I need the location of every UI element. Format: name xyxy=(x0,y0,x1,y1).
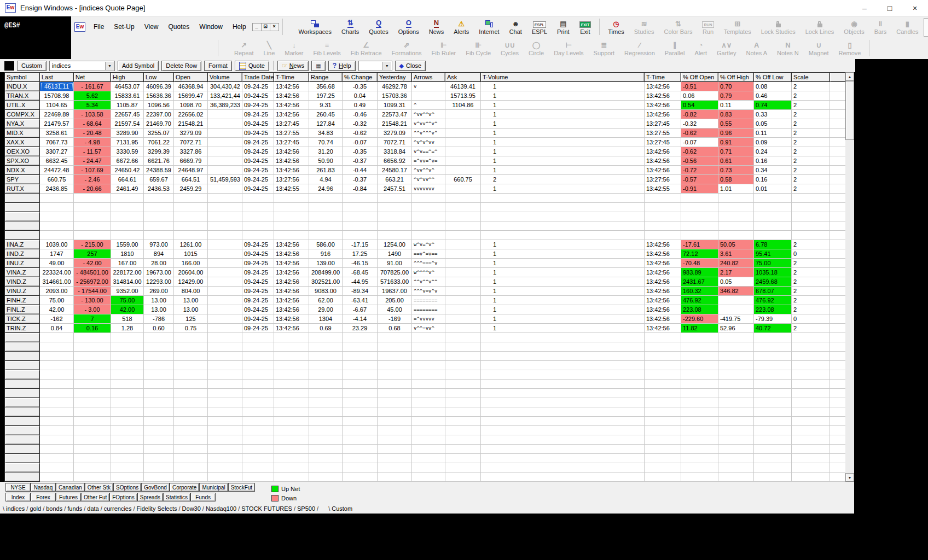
trade_date-cell[interactable] xyxy=(242,426,274,435)
t_volume-cell[interactable]: 1 xyxy=(481,314,645,324)
trade_date-cell[interactable] xyxy=(242,407,274,417)
off_open-cell[interactable] xyxy=(681,380,718,389)
arrows-cell[interactable]: w^^^^v^ xyxy=(412,268,445,277)
trade_date-cell[interactable] xyxy=(242,445,274,454)
arrows-cell[interactable]: ^^v^^^v^ xyxy=(412,129,445,138)
ask-cell[interactable] xyxy=(445,370,481,380)
volume-cell[interactable] xyxy=(208,277,242,287)
market-tab-spreads[interactable]: Spreads xyxy=(137,493,163,501)
off_low-cell[interactable]: 0.46 xyxy=(754,91,792,101)
high-cell[interactable] xyxy=(111,445,144,454)
ask-cell[interactable] xyxy=(445,380,481,389)
off_high-cell[interactable] xyxy=(718,194,754,203)
sheet-tab-dow30[interactable]: Dow30 xyxy=(181,505,202,512)
volume-cell[interactable] xyxy=(208,463,242,472)
color-swatch[interactable] xyxy=(4,61,14,71)
net-cell[interactable]: - 215.00 xyxy=(74,240,111,249)
off_open-cell[interactable] xyxy=(681,203,718,212)
t_volume-cell[interactable] xyxy=(481,454,645,463)
t_volume-cell[interactable] xyxy=(481,472,645,482)
scale-cell[interactable] xyxy=(792,231,830,240)
net-cell[interactable] xyxy=(74,398,111,407)
trade_date-cell[interactable] xyxy=(242,203,274,212)
low-cell[interactable] xyxy=(144,203,174,212)
last-cell[interactable] xyxy=(40,389,74,398)
volume-cell[interactable] xyxy=(208,184,242,194)
last-cell[interactable] xyxy=(40,454,74,463)
open-cell[interactable] xyxy=(174,203,208,212)
off_low-cell[interactable]: 2459.68 xyxy=(754,277,792,287)
last-cell[interactable] xyxy=(40,333,74,342)
off_low-cell[interactable]: 40.72 xyxy=(754,324,792,333)
high-cell[interactable]: 1559.00 xyxy=(111,240,144,249)
pct_change-cell[interactable] xyxy=(343,352,378,361)
pct_change-cell[interactable]: 17.25 xyxy=(343,249,378,259)
trade_date-cell[interactable] xyxy=(242,463,274,472)
pct_change-cell[interactable]: -63.41 xyxy=(343,296,378,305)
low-cell[interactable] xyxy=(144,194,174,203)
t_volume-cell[interactable]: 1 xyxy=(481,156,645,166)
open-cell[interactable] xyxy=(174,361,208,370)
scale-cell[interactable]: 2 xyxy=(792,175,830,184)
t_volume-cell[interactable]: 1 xyxy=(481,82,645,91)
t_time-cell[interactable] xyxy=(274,212,309,221)
range-cell[interactable]: 9.31 xyxy=(309,101,343,110)
last-cell[interactable]: 75.00 xyxy=(40,296,74,305)
last-cell[interactable]: 3258.61 xyxy=(40,129,74,138)
arrows-cell[interactable] xyxy=(412,361,445,370)
arrows-cell[interactable] xyxy=(412,417,445,426)
last-cell[interactable]: 2436.85 xyxy=(40,184,74,194)
t_time-cell[interactable] xyxy=(274,407,309,417)
symbol-cell[interactable] xyxy=(4,389,40,398)
symbol-cell[interactable] xyxy=(4,407,40,417)
t_time-cell[interactable]: 13:42:56 xyxy=(274,147,309,156)
trade_date-cell[interactable] xyxy=(242,352,274,361)
market-tab-other-fut[interactable]: Other Fut xyxy=(81,493,109,501)
high-cell[interactable] xyxy=(111,370,144,380)
t_time-cell[interactable] xyxy=(274,221,309,231)
last-cell[interactable] xyxy=(40,426,74,435)
scale-cell[interactable] xyxy=(792,435,830,445)
off_low-cell[interactable] xyxy=(754,389,792,398)
low-cell[interactable] xyxy=(144,407,174,417)
high-cell[interactable] xyxy=(111,342,144,352)
symbol-cell[interactable]: IINU.Z xyxy=(4,259,40,268)
t_time-cell[interactable] xyxy=(274,445,309,454)
sheet-tab-funds[interactable]: funds xyxy=(66,505,83,512)
arrows-cell[interactable] xyxy=(412,454,445,463)
net-cell[interactable] xyxy=(74,231,111,240)
pct_change-cell[interactable]: -0.46 xyxy=(343,110,378,119)
high-cell[interactable] xyxy=(111,398,144,407)
low-cell[interactable] xyxy=(144,352,174,361)
off_open-cell[interactable] xyxy=(681,342,718,352)
net-cell[interactable]: - 130.00 xyxy=(74,296,111,305)
off_high-cell[interactable] xyxy=(718,454,754,463)
column-header-t_time[interactable]: T-Time xyxy=(274,72,309,82)
arrows-cell[interactable]: ======== xyxy=(412,305,445,314)
yesterday-cell[interactable] xyxy=(378,361,412,370)
volume-cell[interactable] xyxy=(208,352,242,361)
volume-cell[interactable] xyxy=(208,203,242,212)
volume-cell[interactable] xyxy=(208,314,242,324)
yesterday-cell[interactable] xyxy=(378,212,412,221)
ask-cell[interactable] xyxy=(445,166,481,175)
t_time2-cell[interactable]: 13:27:55 xyxy=(645,129,681,138)
scale-cell[interactable] xyxy=(792,426,830,435)
high-cell[interactable] xyxy=(111,417,144,426)
pct_change-cell[interactable]: -0.32 xyxy=(343,119,378,129)
symbol-cell[interactable] xyxy=(4,203,40,212)
pct_change-cell[interactable]: 0.49 xyxy=(343,101,378,110)
range-cell[interactable]: 31.20 xyxy=(309,147,343,156)
volume-cell[interactable] xyxy=(208,240,242,249)
open-cell[interactable] xyxy=(174,426,208,435)
ask-cell[interactable] xyxy=(445,314,481,324)
ask-cell[interactable] xyxy=(445,287,481,296)
trade_date-cell[interactable]: 09-24-25 xyxy=(242,156,274,166)
off_high-cell[interactable] xyxy=(718,389,754,398)
high-cell[interactable] xyxy=(111,407,144,417)
menu-item-help[interactable]: Help xyxy=(228,21,251,32)
ask-cell[interactable] xyxy=(445,463,481,472)
column-header-volume[interactable]: Volume xyxy=(208,72,242,82)
scale-cell[interactable]: 2 xyxy=(792,156,830,166)
yesterday-cell[interactable]: 1490 xyxy=(378,249,412,259)
